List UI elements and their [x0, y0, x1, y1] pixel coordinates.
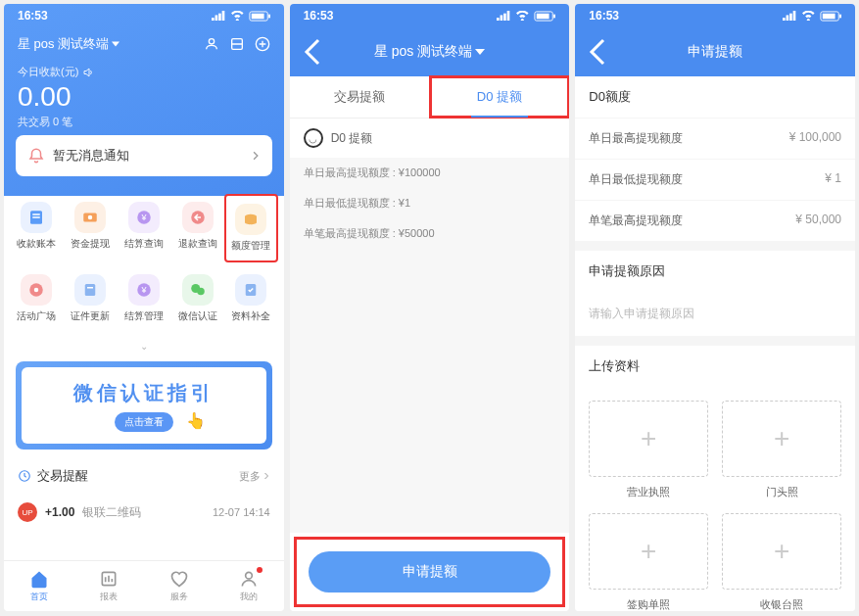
tx-count: 共交易 0 笔	[4, 115, 284, 135]
tx-row[interactable]: UP +1.00 银联二维码 12-07 14:14	[4, 495, 284, 530]
svg-rect-14	[33, 213, 41, 215]
upload-box[interactable]: +	[589, 401, 708, 477]
tx-section-header: 交易提醒 更多	[4, 457, 284, 495]
apply-button[interactable]: 申请提额	[309, 551, 551, 592]
status-time: 16:53	[18, 9, 48, 23]
grid-item-limit-mgmt[interactable]: 额度管理	[224, 194, 278, 262]
tx-amount: +1.00	[45, 505, 74, 519]
svg-rect-3	[221, 11, 224, 22]
svg-rect-6	[268, 14, 270, 18]
grid-item-refund-query[interactable]: 退款查询	[170, 194, 224, 262]
apply-body: D0额度 单日最高提现额度¥ 100,000 单日最低提现额度¥ 1 单笔最高提…	[575, 76, 855, 611]
upload-cashier: +收银台照	[722, 513, 841, 611]
screen-apply: 16:53 申请提额 D0额度 单日最高提现额度¥ 100,000 单日最低提现…	[575, 4, 855, 611]
upload-box[interactable]: +	[589, 513, 708, 590]
sound-icon[interactable]	[82, 67, 94, 78]
unionpay-icon: UP	[18, 502, 37, 522]
tab-report[interactable]: 报表	[73, 561, 143, 611]
nav-row: 星 pos 测试终端	[290, 27, 570, 76]
svg-point-29	[197, 288, 205, 296]
grid-item-wechat-cert[interactable]: 微信认证	[170, 266, 224, 331]
banner-button[interactable]: 点击查看	[115, 412, 173, 432]
svg-rect-43	[789, 13, 792, 21]
screen-home: 16:53 星 pos 测试终端 今日收款(元) 0.00 共交易 0 笔	[4, 4, 284, 611]
tab-mine[interactable]: 我的	[214, 561, 283, 611]
face-icon: ◡	[304, 128, 323, 148]
upload-box[interactable]: +	[722, 401, 841, 477]
bell-icon	[27, 147, 45, 165]
svg-rect-42	[787, 15, 789, 21]
badge-dot	[257, 567, 262, 573]
page-title[interactable]: 星 pos 测试终端	[321, 43, 539, 61]
section-reason: 申请提额原因	[575, 251, 855, 292]
info-daily-min: 单日最低提现额度 : ¥1	[290, 188, 570, 218]
caret-down-icon	[112, 40, 119, 48]
screen-limit: 16:53 星 pos 测试终端 交易提额 D0 提额 ◡ D0 提额 单日最高…	[290, 4, 570, 611]
svg-text:¥: ¥	[140, 285, 147, 295]
back-icon[interactable]	[304, 37, 321, 67]
terminal-selector[interactable]: 星 pos 测试终端	[18, 35, 119, 53]
svg-rect-46	[823, 13, 835, 19]
row-daily-max: 单日最高提现额度¥ 100,000	[575, 118, 855, 159]
header-actions	[204, 36, 270, 52]
tab-service[interactable]: 服务	[144, 561, 214, 611]
svg-point-17	[88, 215, 93, 220]
tab-d0-limit[interactable]: D0 提额	[430, 76, 570, 118]
grid-item-settlement-mgmt[interactable]: ¥结算管理	[117, 266, 170, 331]
function-grid: 收款账本 资金提现 ¥结算查询 退款查询 额度管理 活动广场 证件更新 ¥结算管…	[4, 186, 284, 339]
tab-bar: 首页 报表 服务 我的	[4, 560, 284, 611]
grid-expand[interactable]: ⌄	[4, 339, 284, 354]
svg-rect-25	[87, 287, 93, 289]
banner-title: 微信认证指引	[73, 380, 215, 406]
chevron-right-icon	[262, 472, 270, 480]
grid-item-cert-update[interactable]: 证件更新	[64, 266, 118, 331]
svg-rect-44	[793, 11, 796, 22]
svg-rect-37	[507, 11, 510, 22]
notice-bar[interactable]: 暂无消息通知	[16, 135, 272, 176]
info-daily-max: 单日最高提现额度 : ¥100000	[290, 158, 570, 188]
grid-item-activity[interactable]: 活动广场	[10, 266, 64, 331]
upload-box[interactable]: +	[722, 513, 841, 590]
clock-icon	[18, 469, 31, 483]
grid-item-withdraw[interactable]: 资金提现	[64, 194, 118, 262]
wechat-banner[interactable]: 微信认证指引 点击查看 👆	[16, 361, 272, 450]
tx-more-link[interactable]: 更多	[239, 469, 270, 484]
limit-tabs: 交易提额 D0 提额	[290, 76, 570, 118]
scan-icon[interactable]	[229, 36, 245, 52]
tab-tx-limit[interactable]: 交易提额	[290, 76, 430, 118]
today-label: 今日收款(元)	[4, 61, 284, 79]
section-d0-limit: D0额度	[575, 76, 855, 118]
status-icons	[783, 11, 841, 22]
nav-row: 申请提额	[575, 27, 855, 76]
row-single-max: 单笔最高提现额度¥ 50,000	[575, 200, 855, 241]
svg-rect-39	[537, 13, 549, 19]
grid-item-data-complete[interactable]: 资料补全	[224, 266, 278, 331]
row-daily-min: 单日最低提现额度¥ 1	[575, 159, 855, 200]
status-time: 16:53	[304, 9, 334, 23]
limit-body: ◡ D0 提额 单日最高提现额度 : ¥100000 单日最低提现额度 : ¥1…	[290, 118, 570, 533]
svg-rect-0	[212, 18, 215, 22]
home-header: 16:53 星 pos 测试终端 今日收款(元) 0.00 共交易 0 笔	[4, 4, 284, 196]
status-icons	[497, 11, 555, 22]
reason-input[interactable]: 请输入申请提额原因	[575, 292, 855, 336]
upload-receipt: +签购单照	[589, 513, 708, 611]
back-icon[interactable]	[589, 37, 606, 67]
terminal-row: 星 pos 测试终端	[4, 27, 284, 61]
today-amount: 0.00	[4, 79, 284, 115]
tx-section-title: 交易提醒	[18, 467, 88, 485]
plus-icon[interactable]	[255, 36, 270, 52]
svg-rect-40	[554, 14, 556, 18]
svg-point-7	[209, 39, 214, 44]
d0-header-row: ◡ D0 提额	[290, 118, 570, 158]
svg-rect-15	[33, 216, 41, 218]
grid-item-ledger[interactable]: 收款账本	[10, 194, 64, 262]
upload-license: +营业执照	[589, 401, 708, 499]
status-bar: 16:53	[4, 4, 284, 27]
tab-home[interactable]: 首页	[4, 561, 73, 611]
contact-icon[interactable]	[204, 36, 219, 52]
upload-storefront: +门头照	[722, 401, 841, 499]
svg-point-23	[34, 288, 39, 293]
tx-desc: 银联二维码	[82, 504, 205, 521]
grid-item-settlement-query[interactable]: ¥结算查询	[117, 194, 170, 262]
status-time: 16:53	[589, 9, 619, 23]
